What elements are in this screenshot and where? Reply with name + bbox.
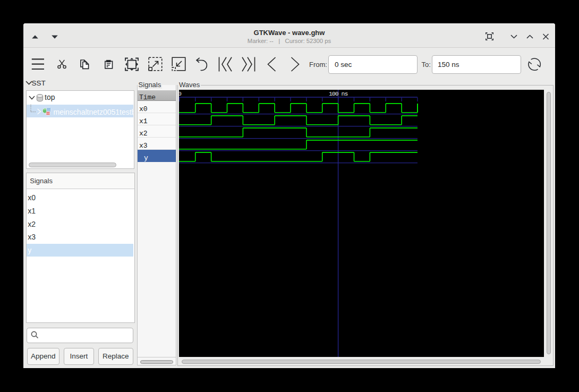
svg-text:0: 0 bbox=[179, 90, 182, 97]
svg-text:100 ns: 100 ns bbox=[328, 90, 347, 97]
